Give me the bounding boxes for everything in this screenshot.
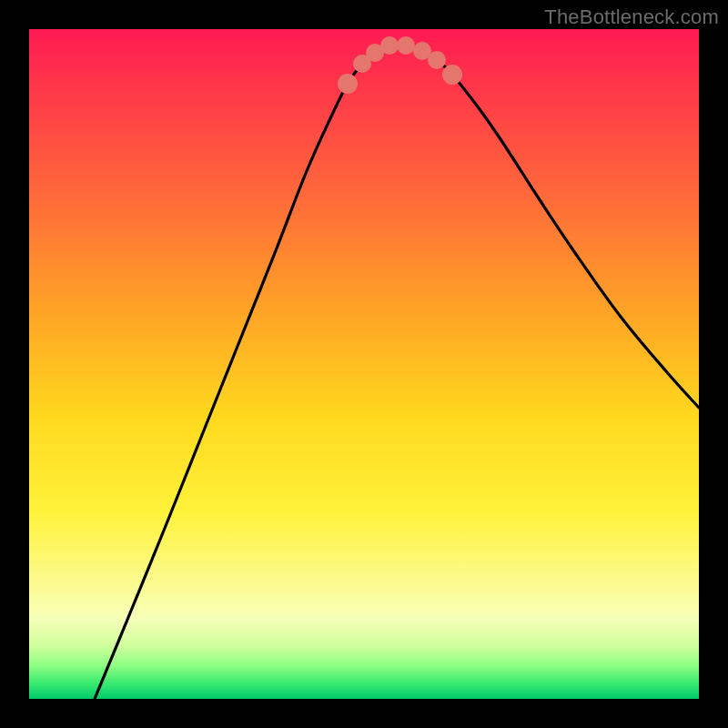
curve-marker	[380, 36, 399, 55]
curve-marker	[428, 51, 446, 69]
bottleneck-curve	[95, 45, 699, 699]
curve-marker	[397, 36, 415, 55]
chart-frame: TheBottleneck.com	[0, 0, 728, 728]
plot-area	[29, 29, 699, 699]
watermark-text: TheBottleneck.com	[544, 5, 719, 29]
curve-marker	[442, 65, 462, 85]
curve-layer	[29, 29, 699, 699]
curve-marker	[338, 74, 358, 94]
